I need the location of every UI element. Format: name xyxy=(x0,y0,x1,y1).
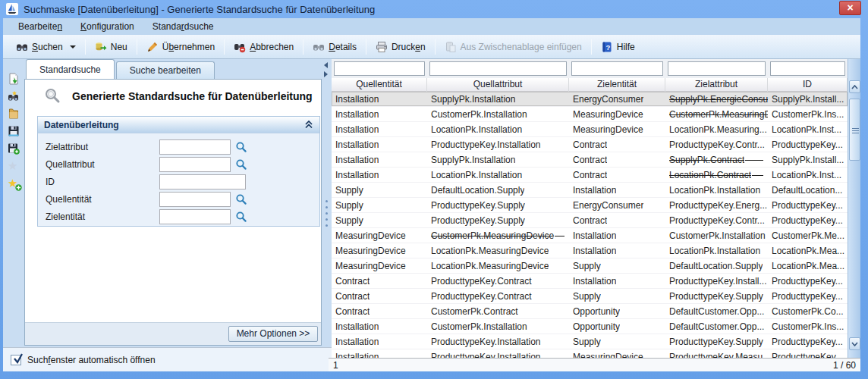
table-row[interactable]: InstallationCustomerPk.InstallationOppor… xyxy=(332,319,848,334)
lookup-icon[interactable] xyxy=(235,141,247,153)
table-cell: Installation xyxy=(332,349,427,358)
column-header-quellentitaet[interactable]: Quellentität xyxy=(332,78,427,92)
column-header-id[interactable]: ID xyxy=(768,78,848,92)
scrollbar-thumb[interactable] xyxy=(849,99,860,161)
table-row[interactable]: InstallationSupplyPk.InstallationEnergyC… xyxy=(332,92,848,107)
table-row[interactable]: ContractCustomerPk.ContractOpportunityDe… xyxy=(332,304,848,319)
table-row[interactable]: InstallationSupplyPk.InstallationContrac… xyxy=(332,152,848,168)
results-table: Quellentität Quellattribut Zielentität Z… xyxy=(332,59,848,371)
table-cell: CustomerPk.Ins... xyxy=(768,107,848,122)
table-cell: LocationPk.Installation xyxy=(427,168,569,183)
tab-bar: Standardsuche Suche bearbeiten xyxy=(26,59,216,79)
favorite-add-icon[interactable]: ★ xyxy=(8,177,20,190)
table-scrollbar[interactable] xyxy=(848,59,860,358)
auto-open-checkbox-label[interactable]: Suchfenster automatisch öffnen xyxy=(27,355,156,365)
filter-zielentitaet-input[interactable] xyxy=(571,61,663,76)
more-options-button[interactable]: Mehr Optionen >> xyxy=(228,326,318,342)
table-row[interactable]: MeasuringDeviceLocationPk.MeasuringDevic… xyxy=(332,243,848,258)
table-cell: EnergyConsumer xyxy=(569,198,665,213)
table-cell: DefaultCustomer.Opp... xyxy=(665,304,768,319)
details-button[interactable]: Details xyxy=(307,38,362,56)
table-row[interactable]: SupplyProducttypeKey.SupplyEnergyConsume… xyxy=(332,198,848,213)
new-search-icon[interactable] xyxy=(8,90,20,102)
table-row[interactable]: MeasuringDeviceCustomerPk.MeasuringDevic… xyxy=(332,228,848,243)
toolbar-separator xyxy=(435,39,436,55)
id-input[interactable] xyxy=(159,174,246,190)
tab-standardsuche[interactable]: Standardsuche xyxy=(26,59,115,79)
cancel-button[interactable]: Abbrechen xyxy=(228,38,299,56)
table-cell: MeasuringDevice xyxy=(569,349,665,358)
scroll-down-button[interactable] xyxy=(849,337,860,350)
table-cell: ProducttypeKey... xyxy=(768,289,848,304)
table-row[interactable]: InstallationProducttypeKey.InstallationC… xyxy=(332,137,848,152)
save-icon[interactable] xyxy=(8,125,20,137)
table-cell: ProducttypeKey.Contract xyxy=(427,274,569,289)
filter-id-input[interactable] xyxy=(770,61,845,76)
scrollbar-grip-icon xyxy=(852,128,859,135)
field-row-quellentitaet: Quellentität xyxy=(38,192,319,207)
groupbox-header[interactable]: Datenüberleitung xyxy=(38,117,319,133)
filter-zielattribut-input[interactable] xyxy=(668,61,766,76)
column-header-quellattribut[interactable]: Quellattribut xyxy=(427,78,569,92)
menubar: Bearbeiten Konfiguration Standardsuche xyxy=(3,18,860,35)
collapse-icon[interactable] xyxy=(304,121,313,129)
table-row[interactable]: MeasuringDeviceLocationPk.MeasuringDevic… xyxy=(332,258,848,274)
paste-from-clipboard-button[interactable]: Aus Zwischenablage einfügen xyxy=(439,38,587,56)
apply-button[interactable]: Übernehmen xyxy=(141,38,220,56)
quellattribut-input[interactable] xyxy=(159,157,231,172)
save-as-icon[interactable] xyxy=(8,143,20,155)
help-icon: ? xyxy=(601,41,613,53)
new-button[interactable]: Neu xyxy=(90,38,133,56)
table-cell: LocationPk.Inst... xyxy=(768,168,848,183)
new-icon xyxy=(95,41,107,53)
scroll-up-button[interactable] xyxy=(849,80,860,93)
open-icon[interactable] xyxy=(8,108,20,120)
table-cell: ProducttypeKey.Contr... xyxy=(665,213,768,228)
zielentitaet-input[interactable] xyxy=(159,209,231,224)
table-cell: DefaultLocation.Supply xyxy=(427,183,569,198)
table-cell: Supply xyxy=(569,258,665,274)
tab-suche-bearbeiten[interactable]: Suche bearbeiten xyxy=(116,61,215,79)
table-cell: CustomerPk.Co... xyxy=(768,304,848,319)
search-dropdown-icon[interactable] xyxy=(70,45,76,49)
table-row[interactable]: SupplyProducttypeKey.SupplyContractProdu… xyxy=(332,213,848,228)
titlebar[interactable]: Suchmaske [Datenüberleitung] - Generiert… xyxy=(0,0,868,18)
filter-quellentitaet-input[interactable] xyxy=(334,61,425,76)
table-row[interactable]: InstallationCustomerPk.InstallationMeasu… xyxy=(332,107,848,122)
import-icon[interactable] xyxy=(8,73,20,85)
table-row[interactable]: ContractProducttypeKey.ContractSupplyPro… xyxy=(332,289,848,304)
favorite-icon[interactable]: ★ xyxy=(8,160,20,172)
column-header-zielattribut[interactable]: Zielattribut xyxy=(665,78,768,92)
column-header-zielentitaet[interactable]: Zielentität xyxy=(569,78,665,92)
table-row[interactable]: SupplyDefaultLocation.SupplyInstallation… xyxy=(332,183,848,198)
menu-konfiguration[interactable]: Konfiguration xyxy=(73,20,142,33)
search-button[interactable]: Suchen xyxy=(11,38,81,56)
splitter-arrows-icon[interactable] xyxy=(324,62,328,77)
table-cell: DefaultCustomer.Opp... xyxy=(665,319,768,334)
zielattribut-input[interactable] xyxy=(159,139,231,155)
toolbar-separator xyxy=(137,39,137,55)
panel-splitter[interactable] xyxy=(322,59,332,346)
print-button[interactable]: Drucken xyxy=(370,38,431,56)
filter-quellattribut-input[interactable] xyxy=(429,61,567,76)
table-cell: ProducttypeKey.Supply xyxy=(665,289,768,304)
quellentitaet-input[interactable] xyxy=(159,192,231,207)
table-cell: Contract xyxy=(569,137,665,152)
help-button[interactable]: ? Hilfe xyxy=(596,38,640,56)
menu-standardsuche[interactable]: Standardsuche xyxy=(145,20,222,33)
auto-open-checkbox[interactable] xyxy=(11,355,21,365)
toolbar-separator xyxy=(366,39,366,55)
table-row[interactable]: ContractProducttypeKey.ContractInstallat… xyxy=(332,274,848,289)
lookup-icon[interactable] xyxy=(235,193,247,205)
table-cell: Contract xyxy=(569,213,665,228)
table-row[interactable]: InstallationProducttypeKey.InstallationM… xyxy=(332,349,848,358)
lookup-icon[interactable] xyxy=(235,158,247,171)
table-cell: CustomerPk.Installation xyxy=(427,107,569,122)
close-button[interactable]: × xyxy=(839,1,861,15)
splitter-grip-icon xyxy=(326,200,328,227)
lookup-icon[interactable] xyxy=(235,211,247,223)
table-row[interactable]: InstallationProducttypeKey.InstallationS… xyxy=(332,334,848,349)
menu-bearbeiten[interactable]: Bearbeiten xyxy=(11,20,70,33)
table-row[interactable]: InstallationLocationPk.InstallationContr… xyxy=(332,168,848,183)
table-row[interactable]: InstallationLocationPk.InstallationMeasu… xyxy=(332,122,848,137)
